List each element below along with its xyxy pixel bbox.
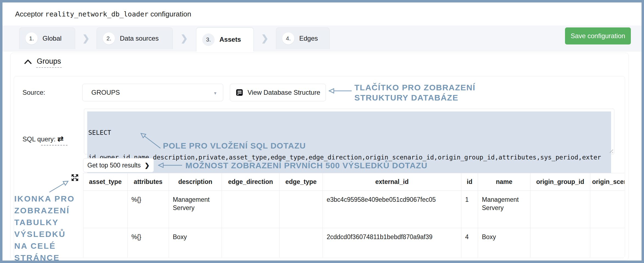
tab-global[interactable]: 1. Global bbox=[19, 27, 75, 49]
table-cell bbox=[530, 228, 590, 258]
table-cell: Boxy bbox=[169, 228, 222, 258]
table-row: %{} Boxy 2cddcd0f36074811b1bebdf870a9af3… bbox=[83, 228, 625, 258]
source-selected-value: GROUPS bbox=[91, 89, 120, 96]
groups-section-title: Groups bbox=[36, 57, 62, 68]
column-header-edge-direction: edge_direction bbox=[222, 173, 279, 191]
table-cell: %{} bbox=[128, 191, 169, 228]
annotation-fullscreen-icon: IKONKA PRO ZOBRAZENÍ TABULKY VÝSLEDKŮ NA… bbox=[14, 193, 75, 263]
title-bar: Acceptor reality_network_db_loader confi… bbox=[2, 2, 642, 26]
table-cell bbox=[530, 191, 590, 228]
sql-label-dashed-underline bbox=[41, 137, 67, 146]
tab-label: Data sources bbox=[120, 35, 159, 42]
table-row: %{} Management Servery e3bc4c95958e409eb… bbox=[83, 191, 625, 228]
column-header-origin-group-id: origin_group_id bbox=[530, 173, 590, 191]
table-cell: Management Servery bbox=[169, 191, 222, 228]
page-title-code: reality_network_db_loader bbox=[45, 10, 148, 18]
chevron-right-icon: ❯ bbox=[145, 162, 149, 169]
get-top-500-results-button[interactable]: Get top 500 results ❯ bbox=[83, 158, 154, 172]
table-cell: Management Servery bbox=[478, 191, 530, 228]
annotation-sql-field: POLE PRO VLOŽENÍ SQL DOTAZU bbox=[163, 141, 306, 151]
page-title-suffix: configuration bbox=[150, 10, 191, 18]
table-cell: 4 bbox=[461, 228, 478, 258]
step-number-badge: 3. bbox=[202, 33, 214, 46]
table-cell bbox=[279, 191, 323, 228]
column-header-origin-scenario-id: origin_scenario_id bbox=[590, 173, 625, 191]
table-cell: e3bc4c95958e409ebe051cd9067fec05 bbox=[323, 191, 461, 228]
sql-line: SELECT bbox=[88, 128, 610, 137]
view-database-structure-button[interactable]: View Database Structure bbox=[230, 84, 326, 101]
column-header-name: name bbox=[478, 173, 530, 191]
column-header-edge-type: edge_type bbox=[279, 173, 323, 191]
chevron-right-icon: ❯ bbox=[261, 33, 269, 43]
source-label: Source: bbox=[22, 89, 45, 96]
table-cell: 2cddcd0f36074811b1bebdf870a9af39 bbox=[323, 228, 461, 258]
source-select[interactable]: GROUPS ▾ bbox=[82, 84, 223, 101]
caret-down-icon: ▾ bbox=[214, 90, 216, 96]
table-cell: Boxy bbox=[478, 228, 530, 258]
table-cell bbox=[590, 228, 625, 258]
groups-section-toggle[interactable]: Groups bbox=[24, 57, 62, 68]
table-cell bbox=[279, 228, 323, 258]
column-header-id: id bbox=[461, 173, 478, 191]
app-window: Acceptor reality_network_db_loader confi… bbox=[0, 0, 644, 263]
step-number-badge: 2. bbox=[103, 32, 115, 44]
table-cell bbox=[222, 191, 279, 228]
tab-assets[interactable]: 3. Assets bbox=[196, 27, 254, 51]
save-configuration-button[interactable]: Save configuration bbox=[565, 27, 631, 44]
page-title: Acceptor reality_network_db_loader confi… bbox=[15, 10, 191, 18]
table-header-row: asset_type attributes description edge_d… bbox=[83, 173, 625, 191]
tab-edges[interactable]: 4. Edges bbox=[276, 27, 330, 49]
step-number-badge: 4. bbox=[282, 32, 294, 44]
get-top-label: Get top 500 results bbox=[87, 162, 141, 169]
tab-label: Assets bbox=[219, 36, 241, 43]
table-cell: 1 bbox=[461, 191, 478, 228]
chevron-right-icon: ❯ bbox=[82, 33, 90, 43]
column-header-attributes: attributes bbox=[128, 173, 169, 191]
step-number-badge: 1. bbox=[26, 32, 38, 44]
annotation-get-results: MOŽNOST ZOBRAZENÍ PRVNÍCH 500 VÝSLEDKŮ D… bbox=[185, 160, 427, 170]
view-db-label: View Database Structure bbox=[247, 89, 320, 96]
results-table: asset_type attributes description edge_d… bbox=[83, 173, 625, 258]
chevron-right-icon: ❯ bbox=[180, 33, 188, 43]
tab-label: Global bbox=[43, 35, 61, 42]
column-header-description: description bbox=[169, 173, 222, 191]
table-cell bbox=[83, 228, 128, 258]
tab-label: Edges bbox=[299, 35, 318, 42]
chevron-up-icon bbox=[24, 59, 32, 64]
table-cell bbox=[590, 191, 625, 228]
database-icon bbox=[235, 88, 244, 97]
column-header-asset-type: asset_type bbox=[83, 173, 128, 191]
annotation-view-db-structure: TLAČÍTKO PRO ZOBRAZENÍ STRUKTURY DATABÁZ… bbox=[354, 82, 475, 103]
table-cell: %{} bbox=[128, 228, 169, 258]
column-header-external-id: external_id bbox=[323, 173, 461, 191]
tab-data-sources[interactable]: 2. Data sources bbox=[97, 27, 173, 49]
page-title-prefix: Acceptor bbox=[15, 10, 43, 18]
table-cell bbox=[83, 191, 128, 228]
expand-table-fullscreen-icon[interactable] bbox=[70, 173, 80, 182]
wizard-steps-bar: 1. Global ❯ 2. Data sources ❯ 3. Assets … bbox=[2, 26, 642, 51]
table-cell bbox=[222, 228, 279, 258]
results-table-wrapper: asset_type attributes description edge_d… bbox=[83, 173, 625, 258]
